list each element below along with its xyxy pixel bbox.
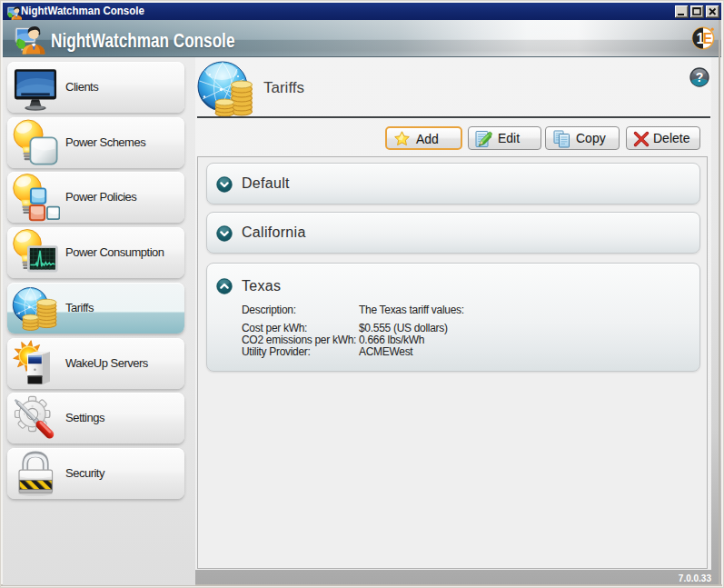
svg-text:E: E xyxy=(702,31,712,46)
svg-text:?: ? xyxy=(696,70,704,85)
